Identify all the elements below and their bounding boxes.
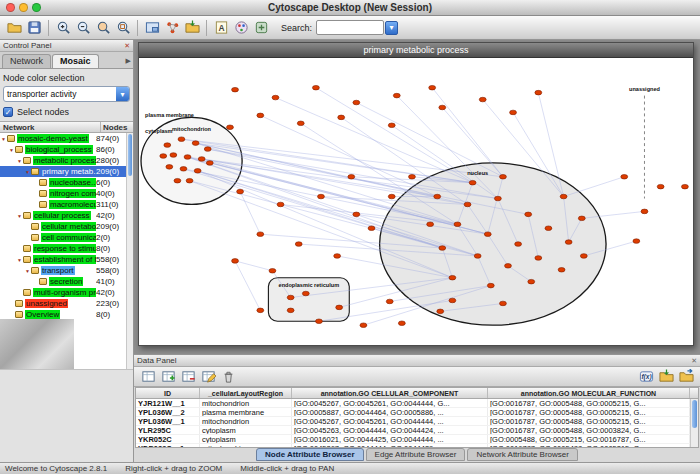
network-node[interactable] [681, 184, 688, 189]
tree-row[interactable]: nitrogen compo...40(0) [0, 188, 133, 199]
network-node[interactable] [257, 232, 264, 237]
tree-scrollbar[interactable] [126, 133, 133, 369]
network-node[interactable] [174, 178, 181, 183]
tree-row[interactable]: response to stimul...8(0) [0, 243, 133, 254]
network-node[interactable] [429, 85, 436, 90]
network-node[interactable] [302, 291, 309, 296]
select-attributes-icon[interactable] [138, 367, 158, 387]
network-node[interactable] [449, 298, 456, 303]
network-node[interactable] [206, 161, 213, 166]
network-node[interactable] [558, 268, 565, 273]
network-node[interactable] [633, 239, 640, 244]
zoom-in-icon[interactable] [53, 18, 73, 38]
column-header[interactable]: _cellularLayoutRegion [200, 388, 292, 398]
vizmapper-icon[interactable] [231, 18, 251, 38]
network-node[interactable] [454, 222, 461, 227]
select-nodes-checkbox[interactable]: ✓ Select nodes [3, 107, 130, 117]
tab-node-attribute-browser[interactable]: Node Attribute Browser [256, 448, 364, 461]
tree-row[interactable]: ▼primary metab...209(0) [0, 166, 133, 177]
network-node[interactable] [515, 242, 522, 247]
network-node[interactable] [232, 87, 239, 92]
close-window-icon[interactable] [6, 3, 15, 12]
table-row[interactable]: YPL036W__2plasma membrane[GO:0005887, GO… [136, 408, 690, 417]
network-node[interactable] [388, 194, 395, 199]
network-node[interactable] [439, 246, 446, 251]
delete-attribute-icon[interactable] [178, 367, 198, 387]
tab-mosaic[interactable]: Mosaic [52, 54, 99, 68]
network-node[interactable] [474, 254, 481, 259]
network-node[interactable] [178, 137, 185, 142]
plugins-icon[interactable] [251, 18, 271, 38]
network-node[interactable] [434, 194, 441, 199]
network-node[interactable] [295, 242, 302, 247]
window-titlebar[interactable]: Cytoscape Desktop (New Session) [0, 0, 700, 16]
create-attribute-icon[interactable] [158, 367, 178, 387]
tree-row[interactable]: ▼metabolic process280(0) [0, 155, 133, 166]
network-node[interactable] [318, 194, 325, 199]
network-node[interactable] [545, 226, 552, 231]
annotation-icon[interactable]: A [211, 18, 231, 38]
node-color-dropdown[interactable]: transporter activity ▾ [3, 86, 130, 102]
network-node[interactable] [269, 268, 276, 273]
network-node[interactable] [500, 301, 507, 306]
network-node[interactable] [257, 308, 264, 313]
network-node[interactable] [336, 305, 343, 310]
network-node[interactable] [348, 174, 355, 179]
network-overview-icon[interactable] [142, 18, 162, 38]
network-node[interactable] [393, 93, 400, 98]
expand-arrow-icon[interactable]: ▼ [24, 268, 31, 274]
network-node[interactable] [192, 141, 199, 146]
search-dropdown-icon[interactable]: ▾ [385, 21, 398, 35]
network-node[interactable] [500, 174, 507, 179]
network-node[interactable] [297, 121, 304, 126]
tree-row[interactable]: macromolecule...311(0) [0, 199, 133, 210]
trash-icon[interactable] [218, 367, 238, 387]
network-node[interactable] [184, 155, 191, 160]
tree-row[interactable]: nucleobase...6(0) [0, 177, 133, 188]
function-builder-icon[interactable]: f(x) [636, 367, 656, 387]
network-node[interactable] [409, 174, 416, 179]
tab-network-attribute-browser[interactable]: Network Attribute Browser [467, 448, 577, 461]
expand-arrow-icon[interactable]: ▼ [24, 169, 31, 175]
network-node[interactable] [180, 167, 187, 172]
network-node[interactable] [312, 85, 319, 90]
network-node[interactable] [353, 212, 360, 217]
network-node[interactable] [164, 143, 171, 148]
table-row[interactable]: YDR039C__1mitochondrion[GO:0045267, GO:0… [136, 444, 690, 447]
tree-column-network[interactable]: Network [0, 122, 101, 132]
network-node[interactable] [204, 147, 211, 152]
search-input[interactable] [316, 20, 384, 35]
network-node[interactable] [186, 178, 193, 183]
expand-arrow-icon[interactable]: ▼ [16, 158, 23, 164]
column-header[interactable]: ID [136, 388, 200, 398]
network-node[interactable] [535, 256, 542, 261]
network-node[interactable] [528, 279, 535, 284]
table-scrollbar[interactable] [690, 399, 698, 447]
network-node[interactable] [170, 153, 177, 158]
network-node[interactable] [560, 194, 567, 199]
network-node[interactable] [232, 259, 239, 264]
expand-arrow-icon[interactable]: ▼ [16, 257, 23, 263]
network-node[interactable] [535, 90, 542, 95]
expand-arrow-icon[interactable]: ▼ [8, 147, 15, 153]
network-node[interactable] [277, 202, 284, 207]
tree-scrollbar-thumb[interactable] [128, 134, 132, 176]
network-node[interactable] [287, 308, 294, 313]
tree-row[interactable]: ▼biological_process86(0) [0, 144, 133, 155]
column-header[interactable]: annotation.GO MOLECULAR_FUNCTION [488, 388, 690, 398]
network-node[interactable] [198, 157, 205, 162]
import-attributes-icon[interactable] [656, 367, 676, 387]
close-control-panel-icon[interactable]: ✕ [124, 42, 130, 49]
tree-row[interactable]: multi-organism pro...42(0) [0, 287, 133, 298]
network-node[interactable] [580, 254, 587, 259]
tab-network[interactable]: Network [2, 54, 51, 68]
network-node[interactable] [334, 254, 341, 259]
save-session-icon[interactable] [24, 18, 44, 38]
tree-row[interactable]: cellular metabo...209(0) [0, 221, 133, 232]
network-node[interactable] [439, 105, 446, 110]
network-node[interactable] [257, 113, 264, 118]
tree-row[interactable]: ▼transport558(0) [0, 265, 133, 276]
network-node[interactable] [437, 309, 444, 314]
tree-row[interactable]: ▼mosaic-demo-yeast874(0) [0, 133, 133, 144]
table-row[interactable]: YJR121W__1mitochondrion[GO:0045267, GO:0… [136, 399, 690, 408]
